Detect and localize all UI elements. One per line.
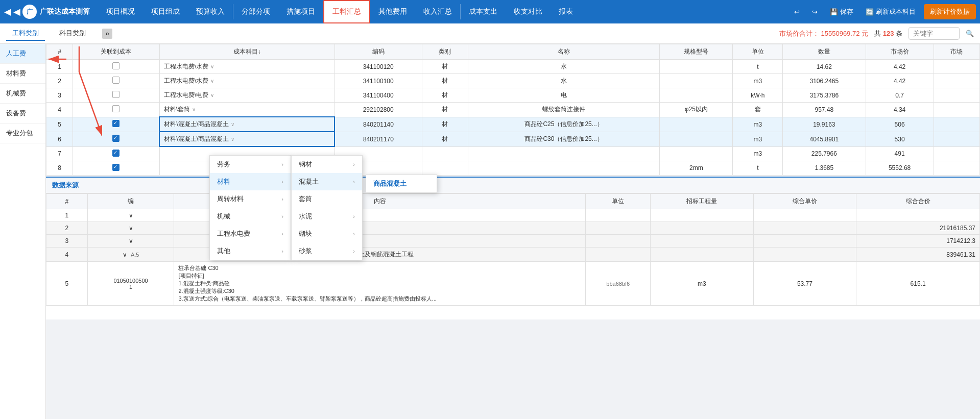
ctx-item-water-power[interactable]: 工程水电费 ›: [210, 225, 291, 242]
sub-block-arrow: ›: [353, 231, 355, 237]
refresh-cost-label: 刷新成本科目: [876, 7, 916, 16]
subsubmenu: 商品混凝土: [366, 175, 437, 193]
back-button-1[interactable]: ◀: [4, 6, 11, 17]
ds-col-num: #: [46, 194, 88, 209]
col-header-code: 编码: [334, 44, 422, 60]
sidebar-item-labor-cost[interactable]: 人工费: [0, 44, 45, 64]
ctx-item-labor[interactable]: 劳务 ›: [210, 156, 291, 173]
search-icon[interactable]: 🔍: [966, 30, 974, 37]
nav-items: 项目概况 项目组成 预算收入 分部分项 措施项目 工料汇总 其他费用 收入汇总 …: [98, 0, 581, 23]
refresh-cost-items-button[interactable]: 🔄 刷新成本科目: [862, 5, 920, 18]
top-navigation: ◀ ◀ 广 广联达成本测算 项目概况 项目组成 预算收入 分部分项 措施项目 工…: [0, 0, 980, 23]
checkbox-4[interactable]: [112, 105, 119, 112]
market-total-unit: 元: [862, 30, 868, 37]
sidebar-item-machinery-cost[interactable]: 机械费: [0, 84, 45, 104]
nav-item-reports[interactable]: 报表: [551, 0, 581, 23]
save-button[interactable]: 💾 保存: [826, 5, 857, 18]
col-header-spec: 规格型号: [660, 44, 733, 60]
expand-icon-4[interactable]: ∨: [123, 251, 127, 258]
checkbox-8[interactable]: [112, 164, 119, 171]
ctx-item-material[interactable]: 材料 ›: [210, 173, 291, 190]
ds-table-row: 1 ∨: [46, 209, 980, 222]
col-header-linked: 关联到成本: [73, 44, 160, 60]
expand-icon-3[interactable]: ∨: [129, 237, 133, 244]
nav-item-income-summary[interactable]: 收入汇总: [415, 0, 460, 23]
total-count-value: 123: [883, 30, 894, 37]
checkbox-7[interactable]: [112, 150, 119, 157]
col-header-unit: 单位: [733, 44, 783, 60]
sub-item-concrete[interactable]: 混凝土 ›: [292, 173, 362, 190]
second-row-right: 市场价合计： 15550969.72 元 共 123 条 🔍: [779, 27, 974, 40]
col-header-cost-item: 成本科目↓: [159, 44, 334, 60]
ctx-other-arrow: ›: [281, 248, 283, 254]
save-label: 保存: [840, 7, 853, 16]
checkbox-2[interactable]: [112, 77, 119, 84]
sub-item-block[interactable]: 砌块 ›: [292, 225, 362, 242]
sub-sleeve-label: 套筒: [299, 194, 312, 204]
table-row: 7 m3 225.7966 491: [46, 146, 980, 161]
table-row: 4 材料\套筒∨ 292102800 材 螺纹套筒连接件 φ25以内 套 957…: [46, 103, 980, 117]
undo-button[interactable]: ↩: [790, 6, 804, 18]
nav-item-labor-summary[interactable]: 工料汇总: [323, 0, 370, 23]
col-header-type: 类别: [422, 44, 468, 60]
table-row: 2 工程水电费\水费∨ 341100100 材 水 m3 3106.2465 4…: [46, 74, 980, 88]
nav-item-sections[interactable]: 分部分项: [233, 0, 278, 23]
sub-item-mortar[interactable]: 砂浆 ›: [292, 242, 362, 260]
tab-subject-type[interactable]: 科目类别: [53, 27, 92, 41]
redo-button[interactable]: ↪: [808, 6, 822, 18]
nav-item-cost-expenditure[interactable]: 成本支出: [461, 0, 506, 23]
ctx-item-machinery[interactable]: 机械 ›: [210, 208, 291, 225]
ctx-item-turnover-material[interactable]: 周转材料 ›: [210, 190, 291, 208]
checkbox-3[interactable]: [112, 91, 119, 98]
expand-icon-1[interactable]: ∨: [129, 212, 133, 219]
col-header-market: 市场: [934, 44, 979, 60]
nav-actions: ↩ ↪ 💾 保存 🔄 刷新成本科目 刷新计价数据: [790, 4, 976, 19]
back-button-2[interactable]: ◀: [13, 6, 20, 17]
sub-cement-arrow: ›: [353, 213, 355, 219]
nav-item-measures[interactable]: 措施项目: [278, 0, 323, 23]
sub-concrete-label: 混凝土: [299, 177, 319, 186]
market-total-info: 市场价合计： 15550969.72 元: [779, 29, 868, 38]
nav-item-project-composition[interactable]: 项目组成: [143, 0, 188, 23]
refresh-pricing-button[interactable]: 刷新计价数据: [924, 4, 976, 19]
total-unit: 条: [896, 30, 902, 37]
ds-table-row: 4 ∨ A.5 混凝土及钢筋混凝土工程 839461.31: [46, 248, 980, 262]
save-icon: 💾: [830, 8, 838, 16]
ds-table-row: 2 ∨ 21916185.37: [46, 222, 980, 235]
sub-cement-label: 水泥: [299, 212, 312, 221]
nav-item-project-overview[interactable]: 项目概况: [98, 0, 143, 23]
ctx-labor-arrow: ›: [281, 161, 283, 167]
sidebar-item-material-cost[interactable]: 材料费: [0, 64, 45, 84]
tab-labor-type[interactable]: 工料类别: [6, 27, 45, 41]
collapse-sidebar-button[interactable]: »: [102, 29, 112, 39]
sidebar-item-subcontract[interactable]: 专业分包: [0, 124, 45, 143]
table-row: 6 材料\混凝土\商品混凝土∨ 840201170 材 商品砼C30（信息价加2…: [46, 132, 980, 146]
ctx-material-arrow: ›: [281, 179, 283, 185]
sub-item-cement[interactable]: 水泥 ›: [292, 208, 362, 225]
content-area: # 关联到成本 成本科目↓ 编码 类别 名称 规格型号 单位 数量 市场价 市场: [46, 44, 980, 419]
main-table-area[interactable]: # 关联到成本 成本科目↓ 编码 类别 名称 规格型号 单位 数量 市场价 市场: [46, 44, 980, 177]
total-count-info: 共 123 条: [874, 29, 902, 38]
checkbox-6[interactable]: [112, 135, 119, 142]
search-input[interactable]: [909, 27, 960, 40]
sub-item-steel[interactable]: 钢材 ›: [292, 156, 362, 173]
nav-item-other-fees[interactable]: 其他费用: [370, 0, 415, 23]
expand-icon-2[interactable]: ∨: [129, 225, 133, 232]
ds-col-code: 编: [87, 194, 174, 209]
nav-item-budget-income[interactable]: 预算收入: [188, 0, 233, 23]
refresh-pricing-label: 刷新计价数据: [930, 7, 970, 16]
ctx-other-label: 其他: [217, 247, 230, 256]
sub-item-sleeve[interactable]: 套筒: [292, 190, 362, 208]
sidebar-item-equipment-cost[interactable]: 设备费: [0, 104, 45, 124]
checkbox-5[interactable]: [112, 120, 119, 127]
data-source-title: 数据来源: [46, 178, 980, 193]
left-sidebar: 人工费 材料费 机械费 设备费 专业分包: [0, 44, 46, 419]
ctx-item-other[interactable]: 其他 ›: [210, 242, 291, 260]
market-total-value: 15550969.72: [821, 30, 860, 37]
ds-col-unit-price: 综合单价: [753, 194, 856, 209]
col-header-qty: 数量: [783, 44, 866, 60]
subsub-item-commercial-concrete[interactable]: 商品混凝土: [366, 175, 437, 192]
ctx-machinery-label: 机械: [217, 212, 230, 221]
nav-item-revenue-compare[interactable]: 收支对比: [506, 0, 551, 23]
checkbox-1[interactable]: [112, 62, 119, 69]
